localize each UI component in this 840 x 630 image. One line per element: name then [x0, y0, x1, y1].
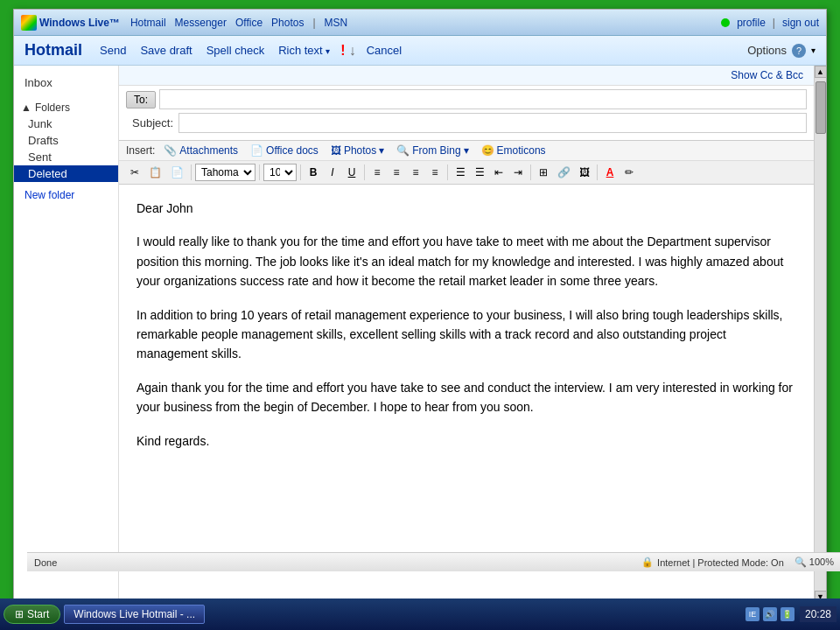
status-done: Done: [34, 557, 57, 568]
subject-label: Subject:: [126, 116, 178, 130]
highlight-button[interactable]: ✏: [620, 164, 638, 181]
show-cc-bcc-link[interactable]: Show Cc & Bcc: [119, 66, 814, 86]
bing-arrow: ▾: [464, 144, 469, 157]
attachments-icon: 📎: [164, 144, 177, 157]
office-docs-label: Office docs: [266, 144, 318, 157]
bold-button[interactable]: B: [304, 164, 322, 181]
taskbar-right: IE 🔊 🔋 20:28: [746, 606, 836, 622]
sidebar-item-deleted[interactable]: Deleted: [14, 165, 118, 182]
status-indicator: [721, 18, 730, 27]
compose-form: To: Subject:: [119, 86, 814, 141]
taskbar-clock: 20:28: [800, 606, 836, 622]
ordered-list-button[interactable]: ☰: [452, 164, 469, 181]
copy-button[interactable]: 📋: [145, 164, 165, 181]
font-color-button[interactable]: A: [601, 164, 619, 181]
rich-toolbar: ✂ 📋 📄 Tahoma 10 B I U ≡ ≡ ≡: [119, 161, 814, 185]
folders-title[interactable]: ▲ Folders: [14, 100, 118, 116]
save-draft-button[interactable]: Save draft: [136, 42, 195, 59]
insert-office-docs[interactable]: 📄 Office docs: [247, 144, 322, 158]
status-right: 🔒 Internet | Protected Mode: On 🔍 100%: [641, 556, 834, 568]
nav-msn[interactable]: MSN: [325, 17, 348, 29]
photos-label: Photos: [344, 144, 376, 157]
taskbar-window[interactable]: Windows Live Hotmail - ...: [64, 605, 205, 624]
outdent-button[interactable]: ⇤: [490, 164, 508, 181]
options-button[interactable]: Options: [747, 44, 787, 57]
email-para1: I would really like to thank you for the…: [136, 232, 796, 290]
rich-text-arrow: [326, 44, 330, 57]
insert-from-bing[interactable]: 🔍 From Bing ▾: [393, 144, 472, 158]
send-button[interactable]: Send: [96, 42, 130, 59]
insert-attachments[interactable]: 📎 Attachments: [160, 144, 242, 158]
cut-button[interactable]: ✂: [126, 164, 144, 181]
insert-link-button[interactable]: 🔗: [554, 164, 574, 181]
priority-low-icon[interactable]: ↓: [349, 43, 356, 59]
zoom-icon: 🔍: [794, 556, 807, 567]
emoticons-icon: 😊: [481, 144, 494, 157]
profile-link[interactable]: profile: [737, 17, 766, 29]
zoom-level: 100%: [809, 556, 834, 567]
italic-button[interactable]: I: [324, 164, 341, 181]
insert-photos[interactable]: 🖼 Photos ▾: [327, 144, 388, 158]
spell-check-button[interactable]: Spell check: [203, 42, 268, 59]
start-button[interactable]: ⊞ Start: [4, 605, 60, 624]
windows-live-icon: [21, 15, 37, 31]
nav-right: profile | sign out: [721, 17, 819, 29]
bing-label: From Bing: [412, 144, 460, 157]
email-body[interactable]: Dear John I would really like to thank y…: [119, 185, 814, 603]
scroll-thumb[interactable]: [816, 81, 826, 134]
paste-button[interactable]: 📄: [167, 164, 187, 181]
sidebar-item-junk[interactable]: Junk: [14, 116, 118, 132]
indent-button[interactable]: ⇥: [509, 164, 527, 181]
toolbar-sep-7: [597, 164, 598, 180]
sidebar-item-drafts[interactable]: Drafts: [14, 132, 118, 149]
security-text: Internet | Protected Mode: On: [657, 557, 784, 568]
toolbar-sep-3: [300, 164, 301, 180]
hotmail-header: Hotmail Send Save draft Spell check Rich…: [14, 36, 826, 66]
scroll-up-button[interactable]: ▲: [815, 66, 827, 78]
toolbar-sep-4: [364, 164, 365, 180]
nav-office[interactable]: Office: [235, 17, 262, 29]
align-left-button[interactable]: ≡: [368, 164, 386, 181]
size-select[interactable]: 10: [263, 164, 297, 181]
nav-right-sep: |: [773, 17, 775, 29]
priority-high-icon[interactable]: !: [340, 43, 345, 59]
insert-emoticons[interactable]: 😊 Emoticons: [478, 144, 550, 158]
underline-button[interactable]: U: [343, 164, 360, 181]
subject-input[interactable]: [178, 113, 807, 133]
sign-out-link[interactable]: sign out: [782, 17, 819, 29]
font-select[interactable]: Tahoma: [195, 164, 256, 181]
nav-hotmail[interactable]: Hotmail: [130, 17, 166, 29]
help-arrow[interactable]: ▾: [811, 46, 816, 55]
nav-messenger[interactable]: Messenger: [175, 17, 227, 29]
insert-table-button[interactable]: ⊞: [535, 164, 552, 181]
insert-row: Insert: 📎 Attachments 📄 Office docs 🖼 Ph…: [119, 141, 814, 161]
tray-icon-2: 🔊: [763, 607, 777, 621]
cancel-button[interactable]: Cancel: [363, 42, 405, 59]
rich-text-button[interactable]: Rich text: [275, 42, 333, 59]
sidebar-inbox[interactable]: Inbox: [14, 73, 118, 93]
help-button[interactable]: ?: [792, 44, 806, 58]
email-para3: Again thank you for the time and effort …: [136, 378, 796, 417]
tray-icon-3: 🔋: [780, 607, 794, 621]
new-folder-link[interactable]: New folder: [14, 186, 118, 205]
shield-icon: 🔒: [641, 556, 654, 568]
unordered-list-button[interactable]: ☰: [471, 164, 488, 181]
align-center-button[interactable]: ≡: [388, 164, 405, 181]
scrollbar[interactable]: ▲ ▼: [814, 66, 826, 603]
align-justify-button[interactable]: ≡: [426, 164, 444, 181]
to-input[interactable]: [159, 89, 807, 109]
insert-image-button[interactable]: 🖼: [576, 164, 593, 181]
align-right-button[interactable]: ≡: [407, 164, 424, 181]
nav-photos[interactable]: Photos: [271, 17, 304, 29]
taskbar: ⊞ Start Windows Live Hotmail - ... IE 🔊 …: [0, 598, 840, 630]
start-icon: ⊞: [15, 608, 24, 620]
main-content: Inbox ▲ Folders Junk Drafts Sent Deleted…: [14, 66, 826, 603]
attachments-label: Attachments: [179, 144, 238, 157]
toolbar-sep-5: [447, 164, 448, 180]
security-info: 🔒 Internet | Protected Mode: On: [641, 556, 784, 568]
to-button[interactable]: To:: [126, 91, 156, 108]
email-greeting: Dear John: [136, 199, 796, 218]
sidebar-item-sent[interactable]: Sent: [14, 149, 118, 165]
highlight-icon: ✏: [625, 166, 634, 178]
options-area: Options ? ▾: [747, 44, 816, 58]
